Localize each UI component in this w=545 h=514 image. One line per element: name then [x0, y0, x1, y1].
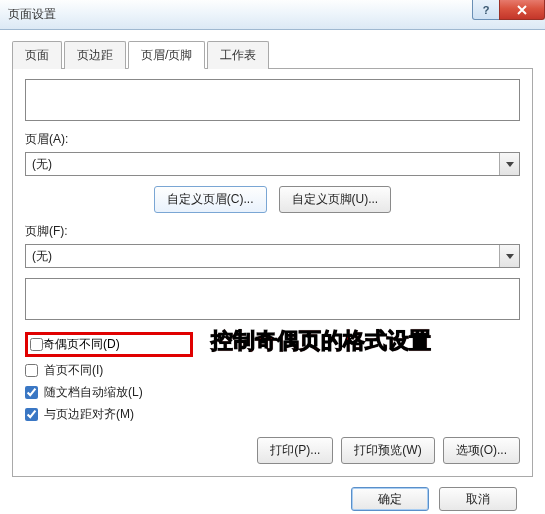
dialog-buttons: 确定 取消: [12, 477, 533, 511]
options-button[interactable]: 选项(O)...: [443, 437, 520, 464]
close-icon: [516, 4, 528, 16]
help-icon: ?: [480, 4, 492, 16]
footer-label: 页脚(F):: [25, 223, 520, 240]
tab-panel: 页眉(A): (无) 自定义页眉(C)... 自定义页脚(U)... 页脚(F)…: [12, 69, 533, 477]
title-bar: 页面设置 ?: [0, 0, 545, 30]
ok-button[interactable]: 确定: [351, 487, 429, 511]
tab-strip: 页面 页边距 页眉/页脚 工作表: [12, 40, 533, 69]
tab-sheet[interactable]: 工作表: [207, 41, 269, 69]
align-margin-checkbox[interactable]: [25, 408, 38, 421]
print-preview-button[interactable]: 打印预览(W): [341, 437, 434, 464]
odd-even-checkbox[interactable]: [30, 338, 43, 351]
first-page-checkbox[interactable]: [25, 364, 38, 377]
tab-header-footer[interactable]: 页眉/页脚: [128, 41, 205, 69]
footer-select-value: (无): [26, 245, 499, 267]
odd-even-label: 奇偶页不同(D): [43, 336, 120, 353]
custom-buttons-row: 自定义页眉(C)... 自定义页脚(U)...: [25, 186, 520, 213]
window-buttons: ?: [473, 0, 545, 20]
first-page-label: 首页不同(I): [44, 362, 103, 379]
tab-margins[interactable]: 页边距: [64, 41, 126, 69]
footer-preview: [25, 278, 520, 320]
dialog-content: 页面 页边距 页眉/页脚 工作表 页眉(A): (无) 自定义页眉(C)... …: [0, 30, 545, 514]
custom-footer-button[interactable]: 自定义页脚(U)...: [279, 186, 392, 213]
header-preview: [25, 79, 520, 121]
header-label: 页眉(A):: [25, 131, 520, 148]
header-select[interactable]: (无): [25, 152, 520, 176]
close-button[interactable]: [499, 0, 545, 20]
window-title: 页面设置: [8, 6, 56, 23]
header-select-value: (无): [26, 153, 499, 175]
footer-select[interactable]: (无): [25, 244, 520, 268]
scale-doc-label: 随文档自动缩放(L): [44, 384, 143, 401]
svg-text:?: ?: [483, 4, 490, 16]
dropdown-arrow-icon: [499, 245, 519, 267]
scale-doc-checkbox[interactable]: [25, 386, 38, 399]
checkbox-section: 奇偶页不同(D) 控制奇偶页的格式设置 首页不同(I) 随文档自动缩放(L) 与…: [25, 332, 520, 423]
tab-page[interactable]: 页面: [12, 41, 62, 69]
annotation-highlight-box: 奇偶页不同(D): [25, 332, 193, 357]
annotation-text: 控制奇偶页的格式设置: [211, 326, 431, 356]
help-button[interactable]: ?: [472, 0, 500, 20]
custom-header-button[interactable]: 自定义页眉(C)...: [154, 186, 267, 213]
dropdown-arrow-icon: [499, 153, 519, 175]
panel-buttons-row: 打印(P)... 打印预览(W) 选项(O)...: [25, 437, 520, 464]
align-margin-label: 与页边距对齐(M): [44, 406, 134, 423]
print-button[interactable]: 打印(P)...: [257, 437, 333, 464]
cancel-button[interactable]: 取消: [439, 487, 517, 511]
